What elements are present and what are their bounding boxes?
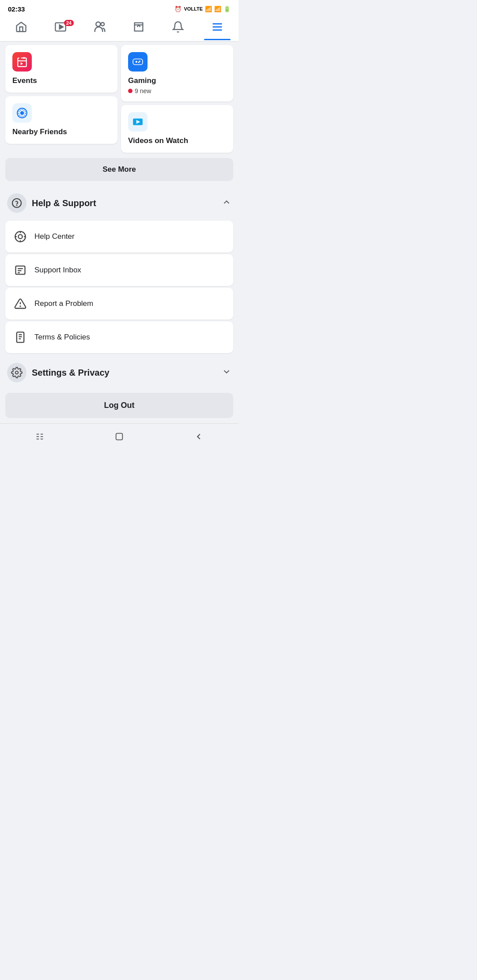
lte-icon: VOLLTE — [184, 6, 203, 11]
help-center-label: Help Center — [34, 232, 75, 241]
recent-apps-button[interactable] — [26, 430, 53, 446]
cards-grid: Events Nearby Friends Gaming 9 new — [0, 41, 238, 156]
card-events[interactable]: Events — [5, 45, 117, 93]
settings-privacy-section: Settings & Privacy — [0, 356, 238, 389]
svg-point-24 — [17, 205, 17, 206]
videos-watch-card-title: Videos on Watch — [128, 136, 226, 146]
help-support-title: Help & Support — [32, 198, 96, 208]
settings-privacy-title: Settings & Privacy — [32, 368, 110, 378]
gaming-badge-dot — [128, 89, 132, 93]
notifications-icon — [172, 21, 184, 36]
svg-point-3 — [101, 23, 104, 26]
watch-badge: 24 — [64, 20, 74, 26]
svg-rect-47 — [116, 433, 123, 440]
svg-point-23 — [12, 199, 21, 207]
marketplace-icon — [132, 21, 145, 36]
svg-rect-16 — [133, 59, 143, 65]
svg-point-14 — [20, 111, 24, 115]
nav-bar: 24 — [0, 16, 238, 41]
battery-icon: 🔋 — [223, 6, 231, 12]
terms-policies-label: Terms & Policies — [34, 333, 90, 342]
svg-point-20 — [138, 61, 140, 63]
help-icon — [7, 193, 26, 213]
nav-marketplace[interactable] — [121, 17, 156, 40]
menu-icon — [211, 21, 223, 36]
terms-icon — [12, 329, 28, 345]
settings-privacy-header[interactable]: Settings & Privacy — [0, 356, 238, 389]
help-support-header[interactable]: Help & Support — [0, 186, 238, 219]
wifi-icon: 📶 — [205, 6, 212, 12]
nav-watch[interactable]: 24 — [43, 17, 78, 40]
alarm-icon: ⏰ — [174, 6, 182, 12]
svg-marker-1 — [60, 25, 63, 29]
status-bar: 02:33 ⏰ VOLLTE 📶 📶 🔋 — [0, 0, 238, 16]
home-icon — [15, 21, 27, 36]
settings-privacy-chevron — [222, 367, 231, 379]
svg-rect-11 — [19, 57, 21, 59]
bottom-nav — [0, 423, 238, 455]
back-button[interactable] — [185, 430, 212, 446]
cards-col-left: Events Nearby Friends — [5, 45, 117, 153]
nav-menu[interactable] — [200, 17, 235, 40]
card-gaming[interactable]: Gaming 9 new — [121, 45, 233, 102]
card-videos-on-watch[interactable]: Videos on Watch — [121, 105, 233, 153]
cards-col-right: Gaming 9 new Videos on Watch — [121, 45, 233, 153]
nav-friends[interactable] — [82, 17, 117, 40]
card-nearby-friends[interactable]: Nearby Friends — [5, 96, 117, 144]
events-card-title: Events — [12, 76, 110, 86]
signal-icon: 📶 — [214, 6, 221, 12]
events-icon-wrapper — [12, 52, 32, 72]
support-inbox-icon — [12, 262, 28, 278]
nearby-icon-wrapper — [12, 103, 32, 123]
support-inbox-label: Support Inbox — [34, 266, 81, 275]
logout-button[interactable]: Log Out — [5, 393, 233, 418]
friends-icon — [93, 20, 106, 37]
main-content: Events Nearby Friends Gaming 9 new — [0, 41, 238, 418]
gaming-badge: 9 new — [128, 87, 226, 94]
menu-help-center[interactable]: Help Center — [5, 221, 233, 253]
menu-support-inbox[interactable]: Support Inbox — [5, 254, 233, 286]
svg-rect-7 — [18, 58, 26, 67]
gaming-card-title: Gaming — [128, 76, 226, 86]
settings-icon — [7, 363, 26, 382]
help-support-header-left: Help & Support — [7, 193, 96, 213]
report-problem-label: Report a Problem — [34, 299, 93, 308]
watch-icon-wrapper — [128, 112, 148, 132]
nearby-friends-card-title: Nearby Friends — [12, 127, 110, 137]
see-more-button[interactable]: See More — [5, 158, 233, 181]
menu-terms-policies[interactable]: Terms & Policies — [5, 321, 233, 353]
svg-point-2 — [96, 22, 100, 26]
svg-point-40 — [15, 371, 19, 374]
status-icons: ⏰ VOLLTE 📶 📶 🔋 — [174, 6, 231, 12]
status-time: 02:33 — [8, 5, 25, 13]
help-support-section: Help & Support Help Center Support Inbox — [0, 186, 238, 353]
svg-marker-12 — [21, 62, 23, 65]
home-button[interactable] — [106, 430, 133, 446]
menu-report-problem[interactable]: Report a Problem — [5, 288, 233, 320]
nav-home[interactable] — [4, 17, 39, 40]
svg-point-35 — [20, 306, 20, 306]
help-support-chevron — [222, 197, 231, 209]
report-problem-icon — [12, 296, 28, 312]
gaming-badge-text: 9 new — [135, 87, 151, 94]
nav-notifications[interactable] — [160, 17, 196, 40]
gaming-icon-wrapper — [128, 52, 148, 72]
help-center-icon — [12, 229, 28, 245]
settings-privacy-left: Settings & Privacy — [7, 363, 110, 382]
